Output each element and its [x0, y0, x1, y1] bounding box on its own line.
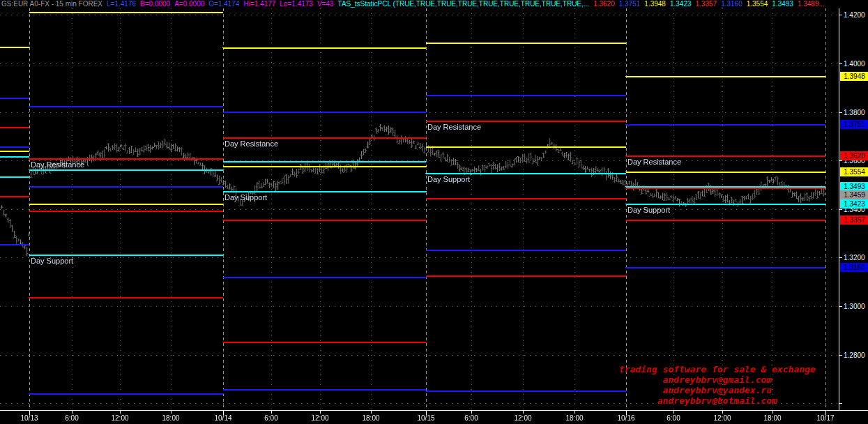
- price-tick: [839, 355, 842, 356]
- time-tick: [171, 411, 172, 414]
- level-step-connector: [29, 158, 30, 159]
- price-level-line: [626, 124, 825, 126]
- level-step-connector: [29, 393, 30, 394]
- level-step-connector: [625, 267, 627, 268]
- header-segment: 1.3948: [644, 0, 666, 8]
- price-tick-label: 1.2800: [844, 351, 868, 359]
- time-tick: [772, 411, 773, 414]
- price-level-line: [0, 244, 29, 245]
- price-level-line: [626, 156, 825, 157]
- level-step-connector: [29, 255, 30, 255]
- watermark-line: trading software for sale & exchange: [605, 364, 830, 374]
- price-tick-label: 1.3200: [844, 254, 868, 262]
- level-step-connector: [222, 158, 224, 159]
- time-tick: [120, 411, 121, 414]
- time-tick-label: 10/17: [816, 414, 834, 422]
- price-level-line: [223, 166, 426, 167]
- time-tick: [371, 411, 372, 414]
- price-level-line: [223, 137, 426, 139]
- price-level-line: [29, 297, 223, 298]
- price-bars-canvas: [0, 8, 839, 410]
- price-axis[interactable]: 1.42001.40001.38001.36001.34001.32001.30…: [839, 8, 868, 410]
- header-segment: GS:EUR A0-FX - 15 min FOREX: [1, 0, 102, 8]
- header-segment: 1.3489...: [798, 0, 825, 8]
- level-step-connector: [222, 204, 224, 204]
- price-level-line: [0, 151, 29, 152]
- level-step-connector: [29, 204, 30, 204]
- price-badge: 1.3554: [840, 167, 868, 176]
- header-segment: L=1.4176: [107, 0, 136, 8]
- header-segment: 1.3554: [747, 0, 768, 8]
- price-level-line: [426, 95, 626, 96]
- level-step-connector: [425, 47, 427, 48]
- price-level-line: [426, 121, 626, 122]
- price-tick: [839, 160, 842, 161]
- header-segment: V=43: [317, 0, 334, 8]
- level-step-connector: [625, 76, 627, 77]
- price-level-line: [426, 275, 626, 277]
- watermark-line: andreybbrv@hotmail.com: [605, 395, 830, 406]
- price-level-line: [223, 47, 426, 49]
- price-badge: 1.3423: [840, 199, 868, 209]
- price-level-line: [29, 393, 223, 395]
- time-tick-label: 10/16: [617, 414, 634, 422]
- time-axis[interactable]: 10/136:0012:0018:0010/146:0012:0018:0010…: [0, 410, 868, 424]
- price-level-line: [0, 196, 29, 197]
- price-badge: 1.3459: [840, 190, 868, 199]
- price-level-line: [223, 112, 426, 113]
- time-tick: [471, 411, 472, 414]
- level-step-connector: [222, 255, 224, 255]
- price-level-line: [426, 250, 626, 251]
- time-tick-label: 12:00: [514, 414, 531, 422]
- price-level-line: [223, 389, 426, 391]
- price-tick-label: 1.3000: [844, 303, 868, 310]
- header-segment: 1.3493: [772, 0, 793, 8]
- price-tick: [839, 403, 842, 404]
- time-tick-label: 12:00: [111, 414, 128, 422]
- time-tick: [673, 411, 674, 414]
- price-level-line: [29, 255, 223, 256]
- watermark-line: andreybbrv@gmail.com: [605, 374, 830, 385]
- day-resistance-label: Day Resistance: [627, 158, 681, 166]
- price-level-line: [223, 277, 426, 278]
- level-step-connector: [222, 112, 224, 112]
- level-step-connector: [625, 186, 627, 187]
- price-level-line: [29, 12, 223, 13]
- price-level-line: [29, 158, 223, 160]
- price-tick: [839, 209, 842, 210]
- price-tick: [839, 15, 842, 15]
- price-level-line: [29, 204, 223, 205]
- time-tick-label: 6:00: [464, 414, 478, 422]
- price-level-line: [223, 342, 426, 343]
- level-step-connector: [625, 198, 627, 199]
- level-step-connector: [222, 393, 224, 394]
- time-tick: [271, 411, 272, 414]
- header-segment: Lo=1.4173: [280, 0, 313, 8]
- time-tick-label: 18:00: [162, 414, 179, 422]
- header-segment: TAS_tsStaticPCL (TRUE,TRUE,TRUE,TRUE,TRU…: [338, 0, 590, 8]
- time-tick-label: 18:00: [763, 414, 781, 422]
- price-level-line: [0, 47, 29, 48]
- time-tick-label: 6:00: [264, 414, 277, 422]
- price-tick-label: 1.4200: [844, 11, 868, 19]
- price-badge: 1.3751: [840, 120, 868, 129]
- price-level-line: [426, 146, 626, 148]
- price-tick: [839, 112, 842, 113]
- level-step-connector: [29, 169, 30, 170]
- level-step-connector: [425, 112, 427, 112]
- level-step-connector: [222, 169, 224, 170]
- price-tick: [839, 257, 842, 258]
- header-segment: Hi=1.4177: [243, 0, 275, 8]
- time-tick-label: 10/15: [417, 414, 434, 422]
- level-step-connector: [425, 342, 427, 342]
- day-support-label: Day Support: [31, 257, 73, 265]
- price-level-line: [426, 43, 626, 44]
- price-level-line: [626, 220, 825, 221]
- price-level-line: [223, 220, 426, 221]
- chart-plot-area[interactable]: Day ResistanceDay SupportDay ResistanceD…: [0, 8, 839, 410]
- level-step-connector: [625, 124, 627, 125]
- vendor-watermark: trading software for sale & exchange and…: [605, 364, 830, 406]
- price-tick: [839, 63, 842, 64]
- time-tick-label: 18:00: [362, 414, 379, 422]
- price-level-line: [0, 176, 29, 178]
